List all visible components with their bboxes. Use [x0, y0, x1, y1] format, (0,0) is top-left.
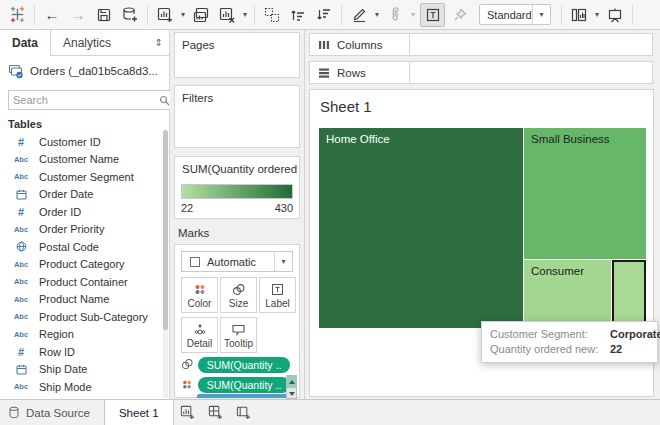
date-field-icon — [10, 364, 32, 375]
add-data-source-button[interactable] — [117, 3, 143, 27]
detail-shelf-button[interactable]: Detail — [181, 317, 218, 353]
tooltip-shelf-button[interactable]: Tooltip — [220, 317, 257, 353]
search-box[interactable] — [8, 90, 175, 110]
pill-sum-quantity-color[interactable]: SUM(Quantity .. — [198, 377, 290, 393]
field-row[interactable]: # Abc Product Sub-Category — [0, 308, 162, 326]
field-row[interactable]: # Abc Order Priority — [0, 221, 162, 239]
mark-type-dropdown[interactable]: Automatic ▾ — [181, 251, 293, 272]
clear-sheet-caret[interactable]: ▾ — [240, 10, 250, 19]
size-shelf-label: Size — [229, 298, 248, 309]
field-row[interactable]: # Abc Ship Date — [0, 361, 162, 379]
text-field-icon: Abc — [10, 172, 32, 181]
pages-card[interactable]: Pages — [174, 32, 300, 78]
text-field-icon: Abc — [10, 312, 32, 321]
pills-scrollbar[interactable] — [286, 375, 297, 399]
highlight-caret[interactable]: ▾ — [372, 10, 382, 19]
new-worksheet-tab-button[interactable] — [174, 400, 202, 425]
field-row[interactable]: # Abc Customer Segment — [0, 168, 162, 186]
data-source-tab-label: Data Source — [26, 407, 90, 419]
pill-sum-quantity-size[interactable]: SUM(Quantity .. — [198, 357, 290, 373]
fix-axes-pin-icon[interactable] — [447, 3, 473, 27]
show-hide-cards-caret[interactable]: ▾ — [592, 10, 602, 19]
tooltip-shelf-icon — [221, 323, 256, 337]
group-members-caret[interactable]: ▾ — [408, 10, 418, 19]
clear-sheet-button[interactable] — [214, 3, 240, 27]
pills-scroll-up[interactable] — [287, 376, 296, 388]
fit-selector-value: Standard — [480, 9, 532, 21]
treemap-node-label: Small Business — [531, 133, 610, 145]
treemap-node-small-business[interactable]: Small Business — [524, 128, 646, 259]
mark-type-caret[interactable]: ▾ — [274, 252, 292, 271]
text-field-icon: Abc — [10, 295, 32, 304]
fields-scrollbar-thumb[interactable] — [163, 130, 168, 330]
treemap-node-corporate-selected[interactable] — [612, 260, 646, 328]
fit-selector-caret[interactable]: ▾ — [532, 5, 550, 24]
treemap-node-label: Consumer — [531, 265, 584, 277]
sheet-tabs-bar: Data Source Sheet 1 — [0, 399, 660, 425]
highlight-button[interactable] — [346, 3, 372, 27]
new-worksheet-button[interactable] — [152, 3, 178, 27]
undo-button[interactable]: ← — [39, 3, 65, 27]
presentation-mode-button[interactable] — [602, 3, 628, 27]
legend-range: 22 430 — [181, 202, 293, 214]
field-row[interactable]: # Abc Product Category — [0, 256, 162, 274]
tooltip-shelf-label: Tooltip — [224, 338, 253, 349]
field-row[interactable]: # Abc Order ID — [0, 203, 162, 221]
redo-button[interactable]: → — [65, 3, 91, 27]
color-legend-card[interactable]: SUM(Quantity ordered ... 22 430 — [174, 156, 300, 219]
data-source-tab[interactable]: Data Source — [0, 400, 104, 425]
show-mark-labels-button[interactable] — [420, 3, 445, 27]
size-shelf-icon — [221, 283, 256, 297]
pills-scroll-down[interactable] — [287, 388, 296, 399]
color-shelf-button[interactable]: Color — [181, 277, 218, 313]
field-row[interactable]: # Abc Customer ID — [0, 133, 162, 151]
tab-analytics[interactable]: Analytics — [51, 30, 123, 55]
field-row[interactable]: # Abc Row ID — [0, 343, 162, 361]
pill-partial[interactable] — [197, 394, 289, 398]
text-field-icon: Abc — [10, 382, 32, 391]
field-row[interactable]: # Abc Region — [0, 326, 162, 344]
field-row[interactable]: # Abc Product Name — [0, 291, 162, 309]
field-name: Product Name — [39, 293, 109, 305]
field-row[interactable]: # Abc Customer Name — [0, 151, 162, 169]
datasource-row[interactable]: Orders (_da01b5ca8d3... — [0, 56, 169, 84]
new-dashboard-tab-button[interactable] — [202, 400, 230, 425]
sort-descending-button[interactable] — [311, 3, 337, 27]
save-button[interactable] — [91, 3, 117, 27]
toolbar-separator — [561, 5, 562, 25]
fields-scrollbar[interactable] — [163, 130, 168, 398]
search-input[interactable] — [9, 94, 159, 106]
sort-ascending-button[interactable] — [285, 3, 311, 27]
pane-sort-icon[interactable]: ⇕ — [149, 30, 169, 55]
tab-data[interactable]: Data — [0, 30, 51, 56]
group-members-icon[interactable] — [382, 3, 408, 27]
sheet-tab-sheet1[interactable]: Sheet 1 — [104, 400, 174, 425]
legend-gradient-bar[interactable] — [181, 184, 293, 199]
field-row[interactable]: # Abc Order Date — [0, 186, 162, 204]
new-worksheet-caret[interactable]: ▾ — [178, 10, 188, 19]
color-shelf-label: Color — [188, 298, 212, 309]
tableau-logo-icon[interactable] — [4, 3, 30, 27]
tableau-window: ← → ▾ — [0, 0, 660, 425]
duplicate-sheet-button[interactable] — [188, 3, 214, 27]
size-shelf-button[interactable]: Size — [220, 277, 257, 313]
treemap-node-consumer[interactable]: Consumer — [524, 260, 611, 328]
label-shelf-button[interactable]: Label — [259, 277, 296, 313]
fields-list: # Abc Customer ID # — [0, 133, 162, 399]
field-row[interactable]: # Abc Product Container — [0, 273, 162, 291]
marks-card-label: Marks — [178, 227, 209, 239]
columns-shelf[interactable]: Columns — [309, 33, 653, 56]
rows-shelf[interactable]: Rows — [309, 61, 653, 84]
pages-card-label: Pages — [175, 33, 299, 51]
new-story-tab-button[interactable] — [230, 400, 258, 425]
field-row[interactable]: # Abc Postal Code — [0, 238, 162, 256]
treemap-node-home-office[interactable]: Home Office — [319, 128, 523, 328]
fit-selector[interactable]: Standard ▾ — [479, 4, 551, 25]
field-name: Order Date — [39, 188, 93, 200]
tooltip-value: 22 — [610, 342, 649, 357]
swap-rows-columns-button[interactable] — [259, 3, 285, 27]
show-hide-cards-button[interactable] — [566, 3, 592, 27]
data-analytics-tabs: Data Analytics ⇕ — [0, 30, 169, 56]
filters-card[interactable]: Filters — [174, 85, 300, 148]
field-row[interactable]: # Abc Ship Mode — [0, 378, 162, 396]
